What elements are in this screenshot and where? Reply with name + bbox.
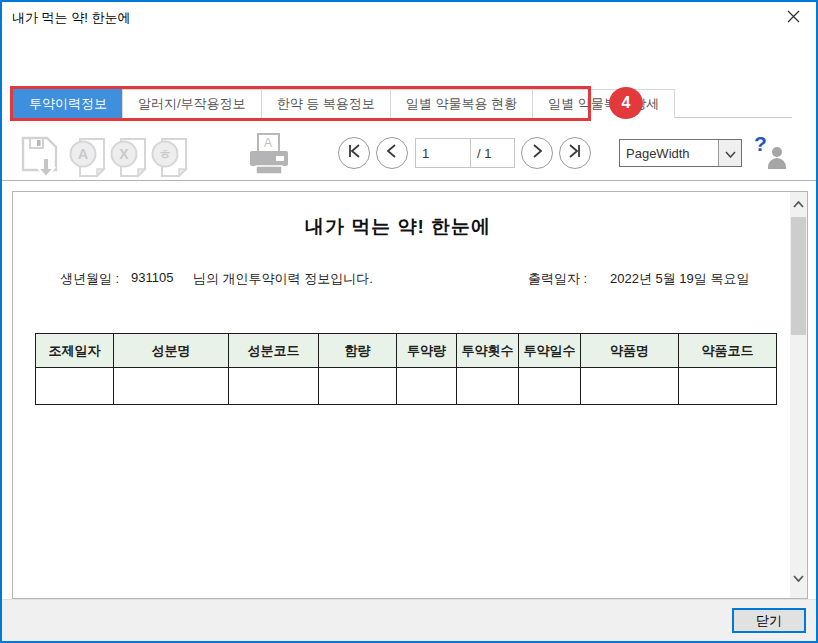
col-dose-strength: 함량 [319,334,397,368]
col-ingredient-code: 성분코드 [229,334,319,368]
close-dialog-button[interactable]: 닫기 [732,608,806,633]
col-ingredient-name: 성분명 [114,334,229,368]
print-icon[interactable]: A [246,132,292,184]
cell [319,368,397,405]
report-title: 내가 먹는 약! 한눈에 [13,214,783,240]
col-dose-amount: 투약량 [397,334,457,368]
vertical-scrollbar[interactable] [790,192,807,598]
cell [519,368,581,405]
last-page-icon [567,143,583,163]
col-drug-code: 약품코드 [679,334,777,368]
pdf-export-icon[interactable]: A [68,136,108,182]
total-pages-label: / 1 [471,139,514,167]
chevron-down-icon [793,568,804,586]
hwp-export-icon[interactable]: ㅎ [150,136,190,182]
current-page-input[interactable] [416,139,471,167]
close-icon [787,9,800,27]
col-dose-days: 투약일수 [519,334,581,368]
report-viewer: 내가 먹는 약! 한눈에 생년월일 : 931105 님의 개인투약이력 정보입… [12,191,808,599]
print-date-value: 2022년 5월 19일 목요일 [610,270,749,288]
svg-text:ㅎ: ㅎ [159,147,172,162]
svg-text:A: A [78,146,88,162]
chevron-right-icon [529,143,545,163]
user-help-icon [767,147,787,169]
title-bar: 내가 먹는 약! 한눈에 [2,2,816,32]
chevron-up-icon [793,194,804,212]
chevron-left-icon [384,143,400,163]
cell [397,368,457,405]
col-dispense-date: 조제일자 [36,334,114,368]
print-date-label: 출력일자 : [528,270,587,288]
scroll-up-button[interactable] [790,196,807,210]
combo-dropdown-button[interactable] [718,140,741,166]
table-row [36,368,777,405]
svg-text:X: X [119,146,129,162]
tab-daily-usage-detail[interactable]: 일별 약물복용 상세 [532,89,675,118]
tab-bar: 투약이력정보 알러지/부작용정보 한약 등 복용정보 일별 약물복용 현황 일별… [13,89,675,118]
cell [229,368,319,405]
last-page-button[interactable] [559,137,591,169]
zoom-mode-value: PageWidth [620,140,718,166]
prev-page-button[interactable] [376,137,408,169]
zoom-mode-select[interactable]: PageWidth [619,139,742,167]
birth-date-value: 931105 [131,270,173,285]
first-page-button[interactable] [338,137,370,169]
excel-export-icon[interactable]: X [109,136,149,182]
save-download-icon[interactable] [18,132,64,184]
window-title: 내가 먹는 약! 한눈에 [12,9,130,27]
page-number-box: / 1 [415,138,515,168]
annotation-step-badge: 4 [609,87,643,119]
col-drug-name: 약품명 [581,334,679,368]
svg-text:A: A [264,136,272,150]
tab-herbal-medication[interactable]: 한약 등 복용정보 [261,89,391,118]
birth-date-label: 생년월일 : [60,270,119,288]
tab-medication-history[interactable]: 투약이력정보 [13,89,123,118]
col-dose-frequency: 투약횟수 [457,334,519,368]
first-page-icon [346,143,362,163]
cell [457,368,519,405]
medication-table: 조제일자 성분명 성분코드 함량 투약량 투약횟수 투약일수 약품명 약품코드 [35,333,777,405]
cell [36,368,114,405]
window-close-button[interactable] [778,5,808,30]
help-button[interactable]: ? [754,132,767,156]
table-header-row: 조제일자 성분명 성분코드 함량 투약량 투약횟수 투약일수 약품명 약품코드 [36,334,777,368]
cell [581,368,679,405]
tab-allergy-side-effects[interactable]: 알러지/부작용정보 [122,89,262,118]
dialog-window: 내가 먹는 약! 한눈에 투약이력정보 알러지/부작용정보 한약 등 복용정보 … [0,0,818,643]
scroll-down-button[interactable] [790,570,807,584]
scrollbar-thumb[interactable] [791,217,806,335]
chevron-down-icon [725,144,736,162]
tab-daily-usage-status[interactable]: 일별 약물복용 현황 [390,89,533,118]
birth-date-text: 님의 개인투약이력 정보입니다. [193,270,373,288]
cell [114,368,229,405]
dialog-footer: 닫기 [2,599,816,641]
next-page-button[interactable] [521,137,553,169]
toolbar-separator [2,180,816,181]
cell [679,368,777,405]
